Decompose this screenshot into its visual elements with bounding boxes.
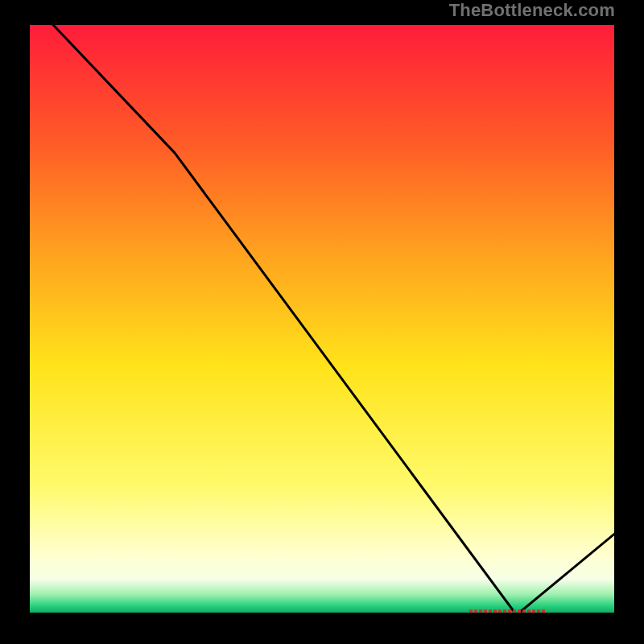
chart-svg xyxy=(0,0,644,644)
plot-background xyxy=(27,23,617,615)
watermark-text: TheBottleneck.com xyxy=(449,0,615,21)
chart-frame: TheBottleneck.com xyxy=(0,0,644,644)
